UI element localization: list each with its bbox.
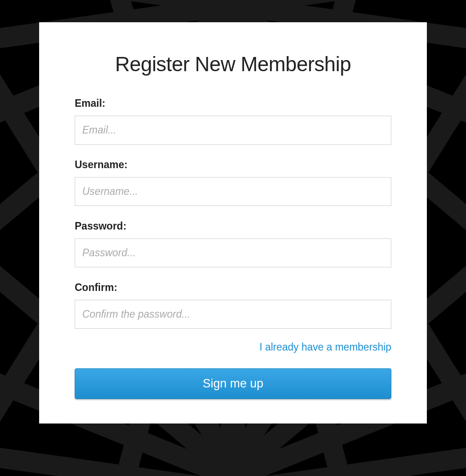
email-group: Email:	[75, 97, 391, 145]
confirm-label: Confirm:	[75, 282, 391, 294]
signup-button[interactable]: Sign me up	[75, 368, 391, 399]
password-input[interactable]	[75, 238, 391, 267]
registration-form: Register New Membership Email: Username:…	[39, 22, 427, 424]
page-title: Register New Membership	[75, 52, 391, 76]
existing-membership-row: I already have a membership	[75, 341, 391, 353]
confirm-input[interactable]	[75, 300, 391, 329]
existing-membership-link[interactable]: I already have a membership	[259, 341, 391, 353]
username-label: Username:	[75, 159, 391, 171]
email-input[interactable]	[75, 116, 391, 145]
confirm-group: Confirm:	[75, 282, 391, 329]
username-group: Username:	[75, 159, 391, 206]
password-label: Password:	[75, 220, 391, 232]
email-label: Email:	[75, 97, 391, 109]
username-input[interactable]	[75, 177, 391, 206]
password-group: Password:	[75, 220, 391, 267]
